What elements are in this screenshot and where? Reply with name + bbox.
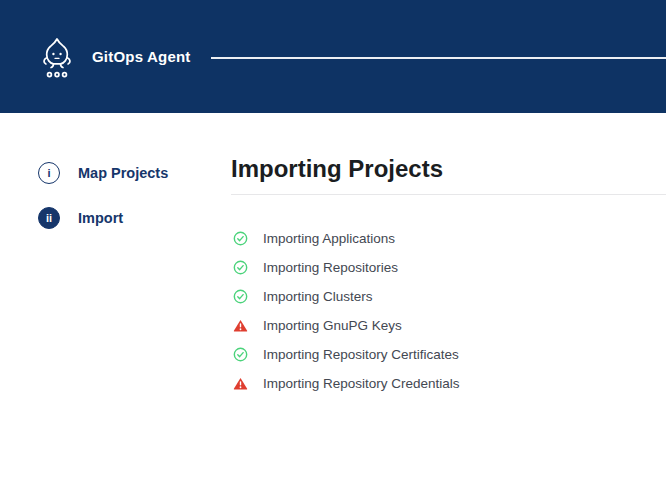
- import-status-row: Importing Applications: [233, 224, 666, 253]
- import-item-label: Importing GnuPG Keys: [263, 318, 402, 333]
- warning-triangle-icon: [233, 376, 248, 391]
- import-item-label: Importing Applications: [263, 231, 395, 246]
- import-status-row: Importing Clusters: [233, 282, 666, 311]
- import-status-list: Importing Applications Importing Reposit…: [231, 224, 666, 398]
- app-title: GitOps Agent: [92, 48, 191, 65]
- title-divider: [231, 194, 666, 195]
- import-status-row: Importing Repository Certificates: [233, 340, 666, 369]
- step-label: Map Projects: [78, 165, 168, 181]
- import-item-label: Importing Repository Certificates: [263, 347, 459, 362]
- import-item-label: Importing Clusters: [263, 289, 373, 304]
- wizard-steps-sidebar: i Map Projects ii Import: [0, 113, 231, 483]
- import-item-label: Importing Repositories: [263, 260, 398, 275]
- main-panel: Importing Projects Importing Application…: [231, 113, 666, 483]
- success-check-icon: [233, 347, 248, 362]
- step-number-badge: i: [38, 162, 60, 184]
- import-item-label: Importing Repository Credentials: [263, 376, 460, 391]
- app-header: GitOps Agent: [0, 0, 666, 113]
- step-number-badge: ii: [38, 207, 60, 229]
- success-check-icon: [233, 260, 248, 275]
- screen: GitOps Agent i Map Projects ii Import Im…: [0, 0, 666, 483]
- success-check-icon: [233, 231, 248, 246]
- content-area: i Map Projects ii Import Importing Proje…: [0, 113, 666, 483]
- import-status-row: Importing Repositories: [233, 253, 666, 282]
- header-divider-line: [211, 57, 666, 59]
- wizard-step-import[interactable]: ii Import: [38, 207, 231, 229]
- import-status-row: Importing GnuPG Keys: [233, 311, 666, 340]
- success-check-icon: [233, 289, 248, 304]
- step-label: Import: [78, 210, 123, 226]
- argo-squid-logo-icon: [38, 35, 76, 81]
- wizard-step-map-projects[interactable]: i Map Projects: [38, 162, 231, 184]
- page-title: Importing Projects: [231, 156, 666, 182]
- warning-triangle-icon: [233, 318, 248, 333]
- import-status-row: Importing Repository Credentials: [233, 369, 666, 398]
